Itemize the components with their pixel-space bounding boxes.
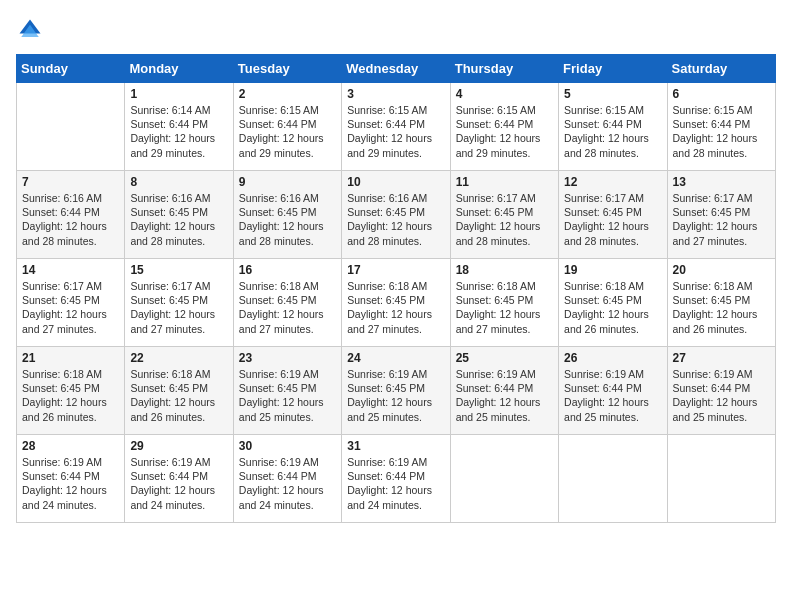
logo <box>16 16 48 44</box>
calendar-cell: 7Sunrise: 6:16 AM Sunset: 6:44 PM Daylig… <box>17 171 125 259</box>
day-number: 28 <box>22 439 119 453</box>
day-info: Sunrise: 6:18 AM Sunset: 6:45 PM Dayligh… <box>456 279 553 336</box>
calendar-cell <box>667 435 775 523</box>
calendar-cell: 26Sunrise: 6:19 AM Sunset: 6:44 PM Dayli… <box>559 347 667 435</box>
day-number: 24 <box>347 351 444 365</box>
day-info: Sunrise: 6:14 AM Sunset: 6:44 PM Dayligh… <box>130 103 227 160</box>
calendar-week-row: 28Sunrise: 6:19 AM Sunset: 6:44 PM Dayli… <box>17 435 776 523</box>
day-info: Sunrise: 6:19 AM Sunset: 6:45 PM Dayligh… <box>347 367 444 424</box>
logo-icon <box>16 16 44 44</box>
day-number: 30 <box>239 439 336 453</box>
day-number: 1 <box>130 87 227 101</box>
calendar-week-row: 7Sunrise: 6:16 AM Sunset: 6:44 PM Daylig… <box>17 171 776 259</box>
weekday-header: Tuesday <box>233 55 341 83</box>
calendar-cell: 23Sunrise: 6:19 AM Sunset: 6:45 PM Dayli… <box>233 347 341 435</box>
day-number: 13 <box>673 175 770 189</box>
day-number: 16 <box>239 263 336 277</box>
day-info: Sunrise: 6:16 AM Sunset: 6:45 PM Dayligh… <box>130 191 227 248</box>
day-number: 17 <box>347 263 444 277</box>
calendar-cell: 6Sunrise: 6:15 AM Sunset: 6:44 PM Daylig… <box>667 83 775 171</box>
day-info: Sunrise: 6:15 AM Sunset: 6:44 PM Dayligh… <box>239 103 336 160</box>
calendar-week-row: 21Sunrise: 6:18 AM Sunset: 6:45 PM Dayli… <box>17 347 776 435</box>
calendar-cell: 16Sunrise: 6:18 AM Sunset: 6:45 PM Dayli… <box>233 259 341 347</box>
calendar-week-row: 14Sunrise: 6:17 AM Sunset: 6:45 PM Dayli… <box>17 259 776 347</box>
day-info: Sunrise: 6:17 AM Sunset: 6:45 PM Dayligh… <box>22 279 119 336</box>
day-info: Sunrise: 6:19 AM Sunset: 6:44 PM Dayligh… <box>347 455 444 512</box>
calendar-cell: 10Sunrise: 6:16 AM Sunset: 6:45 PM Dayli… <box>342 171 450 259</box>
day-info: Sunrise: 6:19 AM Sunset: 6:44 PM Dayligh… <box>456 367 553 424</box>
calendar-cell: 9Sunrise: 6:16 AM Sunset: 6:45 PM Daylig… <box>233 171 341 259</box>
calendar-cell: 21Sunrise: 6:18 AM Sunset: 6:45 PM Dayli… <box>17 347 125 435</box>
day-number: 19 <box>564 263 661 277</box>
weekday-header: Thursday <box>450 55 558 83</box>
day-number: 11 <box>456 175 553 189</box>
day-info: Sunrise: 6:16 AM Sunset: 6:45 PM Dayligh… <box>347 191 444 248</box>
calendar-cell: 1Sunrise: 6:14 AM Sunset: 6:44 PM Daylig… <box>125 83 233 171</box>
day-number: 9 <box>239 175 336 189</box>
day-number: 18 <box>456 263 553 277</box>
day-number: 5 <box>564 87 661 101</box>
calendar-cell <box>17 83 125 171</box>
day-info: Sunrise: 6:17 AM Sunset: 6:45 PM Dayligh… <box>564 191 661 248</box>
day-info: Sunrise: 6:18 AM Sunset: 6:45 PM Dayligh… <box>130 367 227 424</box>
calendar-cell: 25Sunrise: 6:19 AM Sunset: 6:44 PM Dayli… <box>450 347 558 435</box>
weekday-header: Wednesday <box>342 55 450 83</box>
calendar-cell: 15Sunrise: 6:17 AM Sunset: 6:45 PM Dayli… <box>125 259 233 347</box>
day-number: 3 <box>347 87 444 101</box>
day-number: 10 <box>347 175 444 189</box>
day-info: Sunrise: 6:18 AM Sunset: 6:45 PM Dayligh… <box>673 279 770 336</box>
day-info: Sunrise: 6:15 AM Sunset: 6:44 PM Dayligh… <box>456 103 553 160</box>
day-info: Sunrise: 6:19 AM Sunset: 6:44 PM Dayligh… <box>673 367 770 424</box>
weekday-header: Friday <box>559 55 667 83</box>
calendar-cell: 14Sunrise: 6:17 AM Sunset: 6:45 PM Dayli… <box>17 259 125 347</box>
calendar-cell: 18Sunrise: 6:18 AM Sunset: 6:45 PM Dayli… <box>450 259 558 347</box>
calendar-cell: 13Sunrise: 6:17 AM Sunset: 6:45 PM Dayli… <box>667 171 775 259</box>
calendar-cell: 28Sunrise: 6:19 AM Sunset: 6:44 PM Dayli… <box>17 435 125 523</box>
day-number: 8 <box>130 175 227 189</box>
calendar-cell: 20Sunrise: 6:18 AM Sunset: 6:45 PM Dayli… <box>667 259 775 347</box>
day-number: 6 <box>673 87 770 101</box>
day-number: 2 <box>239 87 336 101</box>
day-info: Sunrise: 6:19 AM Sunset: 6:45 PM Dayligh… <box>239 367 336 424</box>
day-info: Sunrise: 6:15 AM Sunset: 6:44 PM Dayligh… <box>564 103 661 160</box>
day-number: 20 <box>673 263 770 277</box>
calendar-cell: 29Sunrise: 6:19 AM Sunset: 6:44 PM Dayli… <box>125 435 233 523</box>
day-info: Sunrise: 6:16 AM Sunset: 6:44 PM Dayligh… <box>22 191 119 248</box>
calendar-cell <box>450 435 558 523</box>
calendar-cell: 3Sunrise: 6:15 AM Sunset: 6:44 PM Daylig… <box>342 83 450 171</box>
day-info: Sunrise: 6:18 AM Sunset: 6:45 PM Dayligh… <box>239 279 336 336</box>
calendar-cell: 8Sunrise: 6:16 AM Sunset: 6:45 PM Daylig… <box>125 171 233 259</box>
calendar-cell: 2Sunrise: 6:15 AM Sunset: 6:44 PM Daylig… <box>233 83 341 171</box>
day-info: Sunrise: 6:17 AM Sunset: 6:45 PM Dayligh… <box>673 191 770 248</box>
day-number: 29 <box>130 439 227 453</box>
day-number: 25 <box>456 351 553 365</box>
page-header <box>16 16 776 44</box>
day-number: 12 <box>564 175 661 189</box>
day-info: Sunrise: 6:19 AM Sunset: 6:44 PM Dayligh… <box>564 367 661 424</box>
calendar-cell: 24Sunrise: 6:19 AM Sunset: 6:45 PM Dayli… <box>342 347 450 435</box>
day-info: Sunrise: 6:18 AM Sunset: 6:45 PM Dayligh… <box>347 279 444 336</box>
calendar-cell: 11Sunrise: 6:17 AM Sunset: 6:45 PM Dayli… <box>450 171 558 259</box>
day-info: Sunrise: 6:16 AM Sunset: 6:45 PM Dayligh… <box>239 191 336 248</box>
calendar-cell: 17Sunrise: 6:18 AM Sunset: 6:45 PM Dayli… <box>342 259 450 347</box>
day-number: 4 <box>456 87 553 101</box>
day-info: Sunrise: 6:17 AM Sunset: 6:45 PM Dayligh… <box>130 279 227 336</box>
day-number: 7 <box>22 175 119 189</box>
calendar-cell: 4Sunrise: 6:15 AM Sunset: 6:44 PM Daylig… <box>450 83 558 171</box>
day-info: Sunrise: 6:15 AM Sunset: 6:44 PM Dayligh… <box>347 103 444 160</box>
day-number: 23 <box>239 351 336 365</box>
day-info: Sunrise: 6:18 AM Sunset: 6:45 PM Dayligh… <box>22 367 119 424</box>
calendar-header-row: SundayMondayTuesdayWednesdayThursdayFrid… <box>17 55 776 83</box>
calendar-cell: 12Sunrise: 6:17 AM Sunset: 6:45 PM Dayli… <box>559 171 667 259</box>
day-number: 26 <box>564 351 661 365</box>
calendar-cell: 19Sunrise: 6:18 AM Sunset: 6:45 PM Dayli… <box>559 259 667 347</box>
calendar-cell <box>559 435 667 523</box>
day-number: 27 <box>673 351 770 365</box>
day-number: 31 <box>347 439 444 453</box>
day-info: Sunrise: 6:18 AM Sunset: 6:45 PM Dayligh… <box>564 279 661 336</box>
day-info: Sunrise: 6:17 AM Sunset: 6:45 PM Dayligh… <box>456 191 553 248</box>
day-info: Sunrise: 6:15 AM Sunset: 6:44 PM Dayligh… <box>673 103 770 160</box>
day-number: 14 <box>22 263 119 277</box>
calendar-cell: 22Sunrise: 6:18 AM Sunset: 6:45 PM Dayli… <box>125 347 233 435</box>
weekday-header: Sunday <box>17 55 125 83</box>
